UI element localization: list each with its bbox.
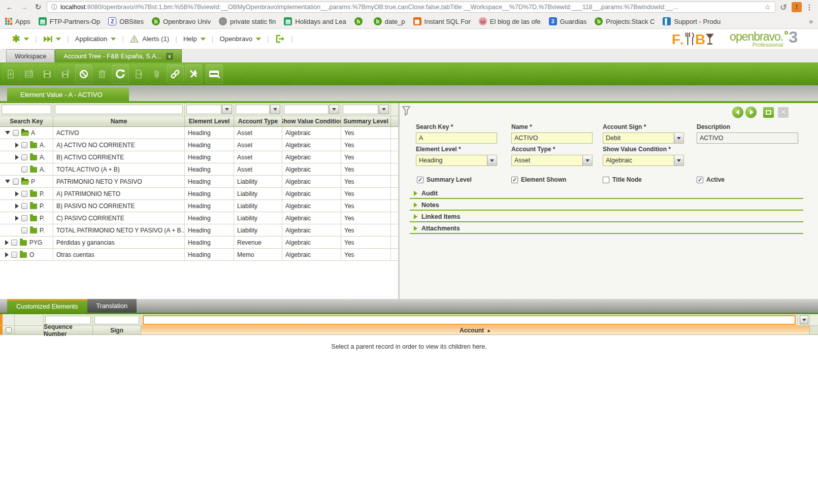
- account-sign-select[interactable]: Debit: [603, 132, 684, 144]
- attachments-button[interactable]: [148, 64, 166, 84]
- column-header-summary-level[interactable]: Summary Level: [341, 116, 391, 126]
- bookmark-item[interactable]: ω El blog de las ofe: [479, 17, 541, 25]
- description-input[interactable]: [697, 132, 798, 144]
- bookmark-item[interactable]: ◌ private static fin: [219, 17, 276, 25]
- filter-input[interactable]: [143, 315, 796, 325]
- forward-icon[interactable]: →: [18, 2, 29, 13]
- bookmark-item[interactable]: ▦ Instant SQL For: [413, 17, 471, 25]
- table-row[interactable]: P. B) PASIVO NO CORRIENTE Heading Liabil…: [0, 200, 398, 212]
- table-row[interactable]: A. TOTAL ACTIVO (A + B) Heading Asset Al…: [0, 163, 398, 176]
- table-row[interactable]: P. TOTAL PATRIMONIO NETO Y PASIVO (A + B…: [0, 224, 398, 237]
- table-row[interactable]: O Otras cuentas Heading Memo Algebraic Y…: [0, 249, 398, 261]
- tree-expander-icon[interactable]: [15, 143, 19, 148]
- row-checkbox[interactable]: [11, 240, 17, 246]
- history-extension-icon[interactable]: ↺: [778, 2, 789, 12]
- quick-launch-menu[interactable]: [37, 36, 67, 43]
- url-text[interactable]: localhost:8080/openbravo/#%7Bst:1,bm:%5B…: [60, 4, 761, 11]
- column-header-sequence-number[interactable]: Sequence Number: [44, 326, 93, 334]
- bookmark-item[interactable]: b Projects:Stack C: [595, 17, 655, 25]
- page-info-icon[interactable]: ⓘ: [51, 3, 57, 12]
- filter-account-type[interactable]: [234, 103, 282, 116]
- active-checkbox[interactable]: Active: [697, 176, 725, 183]
- tree-expander-icon[interactable]: [5, 252, 9, 257]
- next-record-button[interactable]: [745, 107, 757, 118]
- grid-form-toggle-button[interactable]: [206, 64, 223, 84]
- logout-button[interactable]: [269, 35, 291, 43]
- show-value-condition-select[interactable]: Algebraic: [603, 155, 684, 166]
- filter-sign[interactable]: [93, 314, 141, 325]
- element-level-select[interactable]: Heading: [416, 155, 497, 166]
- maximize-button[interactable]: [763, 107, 774, 118]
- new-row-button[interactable]: [20, 64, 38, 84]
- bookmark-item[interactable]: ▤ FTP-Partners-Op: [39, 17, 101, 25]
- row-checkbox[interactable]: [21, 142, 27, 148]
- delete-button[interactable]: [93, 64, 111, 84]
- filter-name[interactable]: [53, 103, 185, 116]
- filter-input[interactable]: [55, 105, 183, 114]
- filter-dropdown-icon[interactable]: [379, 105, 389, 114]
- column-header-account-type[interactable]: Account Type: [234, 116, 282, 126]
- extension-icon[interactable]: !: [792, 2, 802, 12]
- table-row[interactable]: PYG Pérdidas y ganancias Heading Revenue…: [0, 237, 398, 249]
- filter-input[interactable]: [94, 316, 139, 324]
- processes-button[interactable]: [185, 64, 202, 84]
- bookmark-item[interactable]: b Openbravo Univ: [152, 17, 211, 25]
- filter-funnel-icon[interactable]: [402, 106, 412, 119]
- tree-expander-icon[interactable]: [15, 167, 19, 172]
- tree-expander-icon[interactable]: [15, 216, 19, 221]
- row-checkbox[interactable]: [21, 227, 27, 233]
- table-row[interactable]: A. A) ACTIVO NO CORRIENTE Heading Asset …: [0, 139, 398, 151]
- filter-dropdown-cell[interactable]: [798, 314, 810, 325]
- column-header-account[interactable]: Account ▲: [141, 326, 810, 334]
- title-node-checkbox[interactable]: Title Node: [603, 176, 642, 183]
- collapsible-section[interactable]: Audit: [410, 188, 803, 199]
- name-input[interactable]: [511, 132, 593, 144]
- table-row[interactable]: A. B) ACTIVO CORRIENTE Heading Asset Alg…: [0, 151, 398, 163]
- row-checkbox[interactable]: [21, 215, 27, 221]
- reload-icon[interactable]: ↻: [32, 2, 44, 13]
- tree-expander-icon[interactable]: [15, 191, 19, 196]
- filter-dropdown-icon[interactable]: [270, 105, 280, 114]
- filter-input[interactable]: [2, 105, 51, 114]
- bookmark-item[interactable]: b: [354, 17, 366, 25]
- column-header-sign[interactable]: Sign: [93, 326, 141, 334]
- tree-expander-icon[interactable]: [5, 240, 9, 245]
- checkbox-icon[interactable]: [603, 177, 609, 183]
- collapsible-section[interactable]: Attachments: [410, 223, 803, 234]
- filter-summary-level[interactable]: [341, 103, 391, 116]
- tree-expander-icon[interactable]: [5, 180, 10, 183]
- new-record-button[interactable]: [2, 64, 19, 84]
- collapsible-section[interactable]: Linked Items: [410, 212, 803, 222]
- row-checkbox[interactable]: [21, 166, 27, 173]
- close-tab-icon[interactable]: x: [166, 53, 173, 60]
- row-checkbox[interactable]: [11, 252, 17, 258]
- export-button[interactable]: [130, 64, 147, 84]
- tree-expander-icon[interactable]: [15, 204, 19, 209]
- filter-input[interactable]: [343, 105, 378, 114]
- summary-level-checkbox[interactable]: Summary Level: [417, 176, 472, 183]
- dropdown-arrow-icon[interactable]: [582, 155, 592, 165]
- browser-menu-icon[interactable]: ⋮: [805, 3, 814, 11]
- dropdown-arrow-icon[interactable]: [674, 133, 683, 143]
- collapsible-section[interactable]: Notes: [410, 200, 803, 211]
- bookmark-item[interactable]: ▌ Support - Produ: [663, 17, 721, 25]
- element-shown-checkbox[interactable]: Element Shown: [511, 176, 566, 183]
- row-checkbox[interactable]: [21, 203, 27, 209]
- alerts-menu[interactable]: ! Alerts (1): [124, 35, 175, 43]
- tree-expander-icon[interactable]: [15, 155, 19, 160]
- tree-expander-icon[interactable]: [15, 228, 19, 233]
- undo-button[interactable]: [75, 64, 92, 84]
- back-icon[interactable]: ←: [4, 2, 15, 13]
- dropdown-arrow-icon[interactable]: [487, 155, 497, 165]
- help-menu[interactable]: Help: [177, 35, 212, 43]
- table-row[interactable]: A ACTIVO Heading Asset Algebraic Yes: [0, 127, 398, 139]
- linked-items-button[interactable]: [167, 64, 184, 84]
- application-menu[interactable]: Application: [69, 35, 122, 43]
- dropdown-arrow-icon[interactable]: [674, 155, 683, 165]
- refresh-button[interactable]: [112, 64, 129, 84]
- table-row[interactable]: P PATRIMONIO NETO Y PASIVO Heading Liabi…: [0, 176, 398, 188]
- column-header-search-key[interactable]: Search Key: [0, 116, 53, 126]
- account-type-select[interactable]: Asset: [511, 155, 593, 166]
- select-all-checkbox[interactable]: [6, 327, 12, 333]
- section-expand-icon[interactable]: [414, 191, 417, 196]
